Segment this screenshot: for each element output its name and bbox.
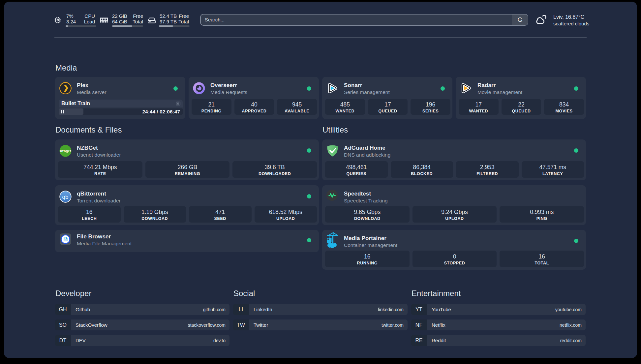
svg-text:qb: qb	[62, 194, 69, 200]
svg-text:nzbget: nzbget	[60, 149, 71, 153]
